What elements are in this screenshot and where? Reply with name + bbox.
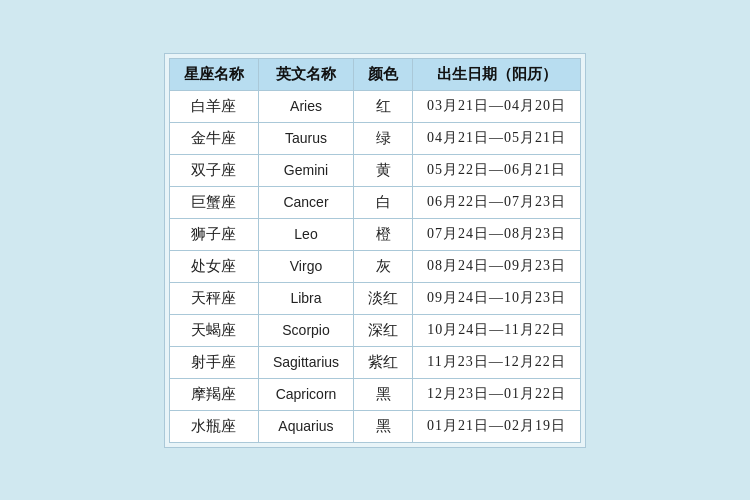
cell-chinese-name: 摩羯座 [169, 378, 258, 410]
cell-color: 淡红 [354, 282, 413, 314]
table-row: 白羊座Aries红03月21日—04月20日 [169, 90, 580, 122]
zodiac-table: 星座名称 英文名称 颜色 出生日期（阳历） 白羊座Aries红03月21日—04… [169, 58, 581, 443]
table-body: 白羊座Aries红03月21日—04月20日金牛座Taurus绿04月21日—0… [169, 90, 580, 442]
table-row: 狮子座Leo橙07月24日—08月23日 [169, 218, 580, 250]
zodiac-table-container: 星座名称 英文名称 颜色 出生日期（阳历） 白羊座Aries红03月21日—04… [164, 53, 586, 448]
cell-color: 黑 [354, 410, 413, 442]
cell-english-name: Libra [258, 282, 353, 314]
cell-birth-dates: 06月22日—07月23日 [413, 186, 581, 218]
header-color: 颜色 [354, 58, 413, 90]
cell-birth-dates: 09月24日—10月23日 [413, 282, 581, 314]
table-row: 金牛座Taurus绿04月21日—05月21日 [169, 122, 580, 154]
cell-color: 灰 [354, 250, 413, 282]
table-row: 双子座Gemini黄05月22日—06月21日 [169, 154, 580, 186]
cell-chinese-name: 射手座 [169, 346, 258, 378]
cell-birth-dates: 04月21日—05月21日 [413, 122, 581, 154]
cell-english-name: Cancer [258, 186, 353, 218]
cell-chinese-name: 白羊座 [169, 90, 258, 122]
table-row: 摩羯座Capricorn黑12月23日—01月22日 [169, 378, 580, 410]
cell-birth-dates: 05月22日—06月21日 [413, 154, 581, 186]
cell-color: 绿 [354, 122, 413, 154]
cell-birth-dates: 12月23日—01月22日 [413, 378, 581, 410]
table-row: 射手座Sagittarius紫红11月23日—12月22日 [169, 346, 580, 378]
cell-birth-dates: 11月23日—12月22日 [413, 346, 581, 378]
cell-birth-dates: 01月21日—02月19日 [413, 410, 581, 442]
cell-english-name: Aquarius [258, 410, 353, 442]
table-row: 处女座Virgo灰08月24日—09月23日 [169, 250, 580, 282]
cell-chinese-name: 水瓶座 [169, 410, 258, 442]
cell-chinese-name: 巨蟹座 [169, 186, 258, 218]
cell-chinese-name: 天蝎座 [169, 314, 258, 346]
cell-color: 黑 [354, 378, 413, 410]
cell-birth-dates: 07月24日—08月23日 [413, 218, 581, 250]
table-row: 天蝎座Scorpio深红10月24日—11月22日 [169, 314, 580, 346]
cell-birth-dates: 10月24日—11月22日 [413, 314, 581, 346]
cell-color: 紫红 [354, 346, 413, 378]
cell-birth-dates: 03月21日—04月20日 [413, 90, 581, 122]
cell-chinese-name: 金牛座 [169, 122, 258, 154]
table-row: 天秤座Libra淡红09月24日—10月23日 [169, 282, 580, 314]
cell-chinese-name: 双子座 [169, 154, 258, 186]
header-birth-date: 出生日期（阳历） [413, 58, 581, 90]
header-english-name: 英文名称 [258, 58, 353, 90]
cell-english-name: Aries [258, 90, 353, 122]
table-header-row: 星座名称 英文名称 颜色 出生日期（阳历） [169, 58, 580, 90]
cell-english-name: Virgo [258, 250, 353, 282]
header-chinese-name: 星座名称 [169, 58, 258, 90]
cell-english-name: Scorpio [258, 314, 353, 346]
cell-english-name: Taurus [258, 122, 353, 154]
cell-english-name: Gemini [258, 154, 353, 186]
cell-color: 白 [354, 186, 413, 218]
cell-color: 橙 [354, 218, 413, 250]
cell-chinese-name: 处女座 [169, 250, 258, 282]
table-row: 巨蟹座Cancer白06月22日—07月23日 [169, 186, 580, 218]
cell-color: 深红 [354, 314, 413, 346]
cell-chinese-name: 狮子座 [169, 218, 258, 250]
cell-english-name: Sagittarius [258, 346, 353, 378]
cell-birth-dates: 08月24日—09月23日 [413, 250, 581, 282]
cell-chinese-name: 天秤座 [169, 282, 258, 314]
table-row: 水瓶座Aquarius黑01月21日—02月19日 [169, 410, 580, 442]
cell-english-name: Capricorn [258, 378, 353, 410]
cell-color: 黄 [354, 154, 413, 186]
cell-color: 红 [354, 90, 413, 122]
cell-english-name: Leo [258, 218, 353, 250]
